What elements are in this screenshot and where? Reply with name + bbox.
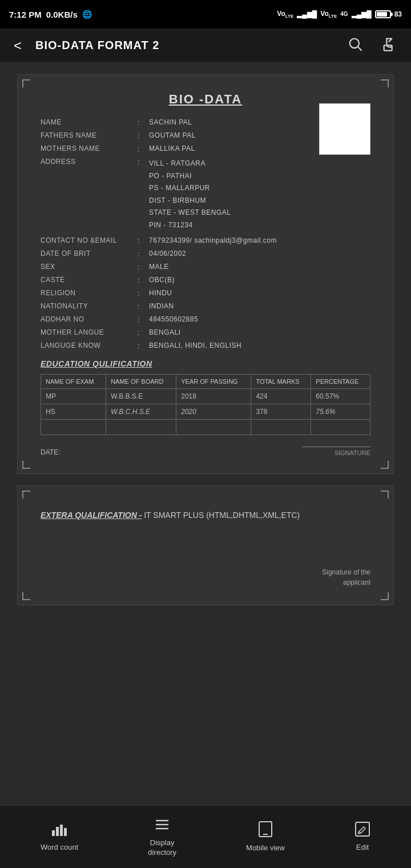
col-percent: PERCENTAGE — [311, 374, 370, 388]
volte-icon: VoLTE — [277, 10, 293, 19]
col-exam: NAME OF EXAM — [41, 374, 106, 388]
field-address: ADDRESS : VILL - RATGARA PO - PATHAI PS … — [41, 158, 370, 232]
svg-rect-6 — [64, 828, 67, 836]
field-caste: CASTE : OBC(B) — [41, 276, 370, 284]
edit-label: Edit — [356, 843, 369, 853]
field-languge-know: LANGUGE KNOW : BENGALI, HINDI, ENGLISH — [41, 341, 370, 350]
display-directory-icon — [154, 817, 171, 835]
education-table: NAME OF EXAM NAME OF BOARD YEAR OF PASSI… — [41, 374, 370, 435]
speed: 0.0KB/s — [46, 10, 78, 19]
corner-tr-p2 — [381, 491, 389, 499]
share-button[interactable] — [377, 34, 402, 58]
svg-rect-12 — [356, 822, 369, 836]
field-addhar: ADDHAR NO : 484550602885 — [41, 315, 370, 324]
back-button[interactable]: < — [9, 35, 26, 56]
hs-board: W.B.C.H.S.E — [106, 404, 176, 419]
4g-icon: 4G — [340, 11, 348, 17]
hs-marks: 378 — [251, 404, 311, 419]
field-mother-langue: MOTHER LANGUE : BENGALI — [41, 328, 370, 337]
bar-chart-icon — [51, 821, 68, 837]
field-contact: CONTACT NO &EMAIL : 7679234399/ sachinpa… — [41, 236, 370, 245]
hs-year: 2020 — [176, 404, 251, 419]
edit-button[interactable]: Edit — [348, 817, 377, 857]
share-icon — [381, 36, 397, 52]
corner-bl-p2 — [22, 592, 30, 600]
mp-year: 2018 — [176, 388, 251, 404]
education-section-title: EDUCATION QULIFICATION — [41, 359, 370, 368]
corner-bl — [22, 461, 30, 469]
field-religion: RELIGION : HINDU — [41, 289, 370, 298]
svg-line-1 — [358, 47, 361, 50]
empty-cell — [106, 419, 176, 435]
search-button[interactable] — [342, 34, 368, 58]
extra-qual-section: EXTERA QUALIFICATION - IT SMART PLUS (HT… — [41, 509, 370, 521]
field-dob: DATE OF BRIT : 04/06/2002 — [41, 250, 370, 258]
mobile-view-icon — [257, 821, 273, 840]
edu-header-row: NAME OF EXAM NAME OF BOARD YEAR OF PASSI… — [41, 374, 370, 388]
svg-point-0 — [350, 38, 359, 47]
edu-row-mp: MP W.B.B.S.E 2018 424 60.57% — [41, 388, 370, 404]
top-nav: < BIO-DATA FORMAT 2 — [0, 29, 411, 63]
tablet-icon — [257, 821, 273, 838]
status-bar: 7:12 PM 0.0KB/s 🌐 VoLTE ▂▄▆█ VoLTE 4G ▂▄… — [0, 0, 411, 29]
word-count-icon — [51, 821, 68, 839]
edu-row-empty1 — [41, 419, 370, 435]
applicant-signature: Signature of theapplicant — [41, 567, 370, 588]
field-sex: SEX : MALE — [41, 263, 370, 271]
col-board: NAME OF BOARD — [106, 374, 176, 388]
mp-exam: MP — [41, 388, 106, 404]
mobile-view-label: Mobile view — [246, 843, 285, 853]
svg-rect-5 — [60, 825, 63, 836]
page-2: EXTERA QUALIFICATION - IT SMART PLUS (HT… — [17, 485, 394, 605]
sig-text: Signature of theapplicant — [322, 568, 370, 586]
field-nationality: NATIONALITY : INDIAN — [41, 302, 370, 311]
time: 7:12 PM — [9, 10, 42, 19]
corner-br-p2 — [381, 592, 389, 600]
svg-rect-3 — [52, 830, 55, 836]
empty-cell — [176, 419, 251, 435]
document-area: BIO -DATA NAME : SACHIN PAL FATHERS NAME… — [0, 63, 411, 805]
mp-marks: 424 — [251, 388, 311, 404]
word-count-button[interactable]: Word count — [34, 817, 85, 857]
extra-qual-label: EXTERA QUALIFICATION - — [41, 511, 142, 520]
status-left: 7:12 PM 0.0KB/s 🌐 — [9, 10, 92, 19]
svg-line-14 — [358, 833, 360, 834]
signal-bars: ▂▄▆█ — [297, 10, 317, 18]
corner-tl-p2 — [22, 491, 30, 499]
word-count-label: Word count — [41, 843, 78, 853]
extra-qual-value: IT SMART PLUS (HTML,DHTML,XML,ETC) — [144, 511, 300, 520]
empty-cell — [251, 419, 311, 435]
pencil-icon — [354, 821, 370, 837]
mp-board: W.B.B.S.E — [106, 388, 176, 404]
col-marks: TOTAL MARKS — [251, 374, 311, 388]
battery-percent: 83 — [394, 10, 402, 18]
browser-icon: 🌐 — [82, 10, 92, 19]
date-label: DATE: — [41, 448, 60, 456]
display-directory-button[interactable]: Displaydirectory — [141, 812, 183, 862]
page-footer: DATE: SIGNATURE — [41, 447, 370, 456]
photo-box — [319, 103, 370, 155]
signature-line: SIGNATURE — [302, 447, 370, 456]
corner-tr — [381, 79, 389, 87]
page-title: BIO-DATA FORMAT 2 — [35, 39, 333, 52]
page-1: BIO -DATA NAME : SACHIN PAL FATHERS NAME… — [17, 74, 394, 474]
corner-tl — [22, 79, 30, 87]
mp-percent: 60.57% — [311, 388, 370, 404]
volte2-icon: VoLTE — [320, 10, 337, 19]
edu-row-hs: HS W.B.C.H.S.E 2020 378 75.6% — [41, 404, 370, 419]
mobile-view-button[interactable]: Mobile view — [239, 816, 292, 858]
hs-exam: HS — [41, 404, 106, 419]
search-icon — [347, 36, 363, 52]
battery-icon — [375, 10, 391, 18]
empty-cell — [41, 419, 106, 435]
empty-cell — [311, 419, 370, 435]
svg-rect-4 — [56, 827, 59, 836]
status-right: VoLTE ▂▄▆█ VoLTE 4G ▂▄▆█ 83 — [277, 10, 402, 19]
corner-br — [381, 461, 389, 469]
list-icon — [154, 817, 171, 833]
signal-bars2: ▂▄▆█ — [352, 10, 372, 18]
hs-percent: 75.6% — [311, 404, 370, 419]
bottom-bar: Word count Displaydirectory Mobile view — [0, 805, 411, 868]
edit-icon — [354, 821, 370, 839]
battery-fill — [377, 12, 387, 17]
